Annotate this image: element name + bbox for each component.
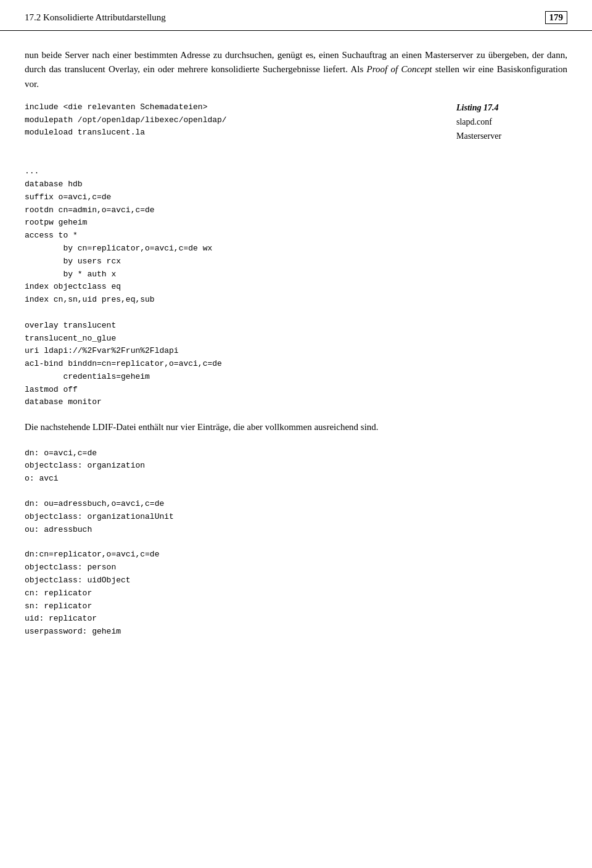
ldif-block-1: dn: o=avci,c=de objectclass: organizatio… [25, 447, 567, 486]
listing-sub1: slapd.conf [456, 115, 567, 128]
listing-code-2: ... database hdb suffix o=avci,c=de root… [25, 165, 567, 409]
listing-sub2: Masterserver [456, 130, 567, 143]
listing-annotation-col: Listing 17.4 slapd.conf Masterserver [456, 101, 567, 151]
intro-paragraph: nun beide Server nach einer bestimmten A… [25, 48, 567, 91]
ldif-block-2: dn: ou=adressbuch,o=avci,c=de objectclas… [25, 498, 567, 536]
page-header: 17.2 Konsolidierte Attributdarstellung 1… [0, 0, 592, 31]
italic-text: Proof of Concept [367, 64, 432, 74]
ldif-intro: Die nachstehende LDIF-Datei enthält nur … [25, 420, 567, 434]
header-title: 17.2 Konsolidierte Attributdarstellung [25, 12, 166, 23]
page-content: nun beide Server nach einer bestimmten A… [0, 48, 592, 674]
listing-row: include <die relevanten Schemadateien> m… [25, 101, 567, 151]
listing-code-1: include <die relevanten Schemadateien> m… [25, 101, 444, 139]
ldif-block-3: dn:cn=replicator,o=avci,c=de objectclass… [25, 548, 567, 639]
page: 17.2 Konsolidierte Attributdarstellung 1… [0, 0, 592, 868]
listing-code-col: include <die relevanten Schemadateien> m… [25, 101, 444, 151]
page-number: 179 [545, 11, 568, 24]
listing-label: Listing 17.4 [456, 101, 567, 114]
